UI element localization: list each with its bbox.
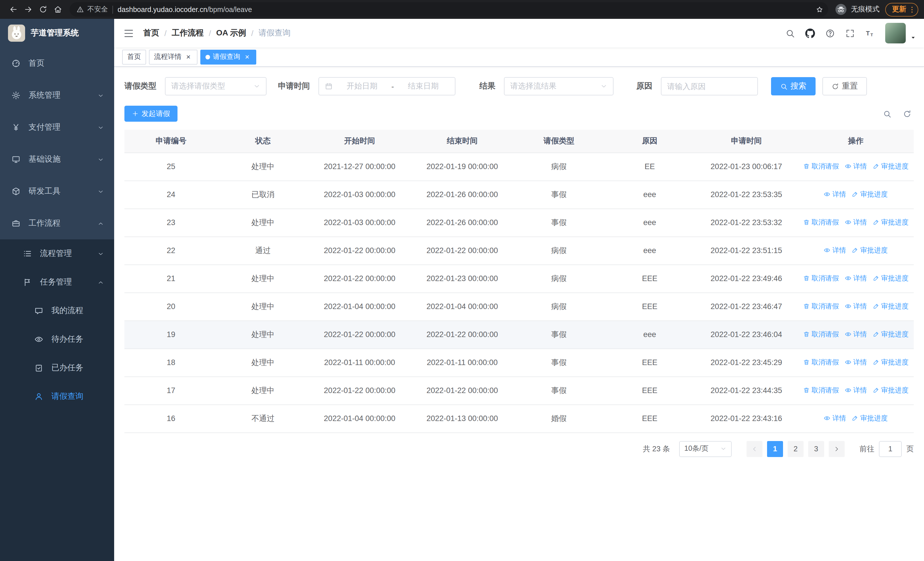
tab-leave-query[interactable]: 请假查询× (200, 50, 256, 64)
table-row[interactable]: 22通过2022-01-22 00:00:002022-01-22 00:00:… (124, 236, 914, 265)
update-button[interactable]: 更新 (885, 3, 918, 16)
tab-home[interactable]: 首页 (122, 50, 146, 64)
detail-action-link[interactable]: 详情 (824, 246, 846, 256)
table-row[interactable]: 20处理中2022-01-04 00:00:002022-01-04 00:00… (124, 292, 914, 320)
sidebar-item-payment-management[interactable]: 支付管理 (0, 111, 114, 143)
reset-button[interactable]: 重置 (822, 77, 867, 95)
github-icon[interactable] (805, 28, 815, 38)
detail-action-link[interactable]: 详情 (844, 274, 867, 283)
sidebar-item-workflow[interactable]: 工作流程 (0, 208, 114, 239)
page-button-1[interactable]: 1 (767, 441, 783, 457)
close-icon[interactable]: × (243, 53, 251, 61)
table-row[interactable]: 16不通过2022-01-04 00:00:002022-01-13 00:00… (124, 405, 914, 432)
address-bar[interactable]: 不安全 dashboard.yudao.iocoder.cn/bpm/oa/le… (70, 2, 828, 17)
search-button[interactable]: 搜索 (771, 77, 816, 95)
table-row[interactable]: 24已取消2022-01-03 00:00:002022-01-26 00:00… (124, 180, 914, 209)
security-chip[interactable]: 不安全 (76, 5, 108, 14)
sidebar-item-infrastructure[interactable]: 基础设施 (0, 143, 114, 175)
progress-action-link[interactable]: 审批进度 (873, 162, 909, 171)
cancel-action-link[interactable]: 取消请假 (803, 302, 839, 311)
page-size-select[interactable]: 10条/页 (679, 441, 732, 457)
kebab-menu-icon[interactable] (908, 5, 916, 14)
search-icon[interactable] (785, 28, 795, 38)
date-range-picker[interactable]: 开始日期 - 结束日期 (318, 77, 455, 95)
sidebar-item-my-process[interactable]: 我的流程 (0, 296, 114, 325)
close-icon[interactable]: × (184, 53, 192, 61)
detail-action-link[interactable]: 详情 (844, 162, 867, 171)
detail-action-link[interactable]: 详情 (824, 414, 846, 423)
browser-back-button[interactable] (6, 2, 21, 17)
page-button-2[interactable]: 2 (788, 441, 804, 457)
cancel-action-link[interactable]: 取消请假 (803, 358, 839, 367)
browser-forward-button[interactable] (21, 2, 35, 17)
user-avatar[interactable] (885, 23, 906, 44)
table-row[interactable]: 23处理中2022-01-03 00:00:002022-01-26 00:00… (124, 209, 914, 236)
goto-page-input[interactable] (879, 441, 902, 457)
sidebar-item-dev-tools[interactable]: 研发工具 (0, 175, 114, 208)
prev-page-button[interactable] (747, 441, 762, 457)
detail-action-link[interactable]: 详情 (844, 358, 867, 367)
refresh-icon[interactable] (903, 110, 912, 118)
action-label: 审批进度 (881, 302, 909, 311)
breadcrumb-item[interactable]: 首页 (143, 28, 159, 38)
sidebar-item-process-management[interactable]: 流程管理 (0, 239, 114, 268)
table-row[interactable]: 21处理中2022-01-22 00:00:002022-01-23 00:00… (124, 265, 914, 292)
cell-apply-id: 20 (124, 292, 218, 320)
yen-icon (11, 123, 21, 132)
leave-type-select[interactable]: 请选择请假类型 (165, 77, 267, 95)
bookmark-star-button[interactable] (813, 3, 826, 16)
sidebar-item-leave-query[interactable]: 请假查询 (0, 382, 114, 411)
next-page-button[interactable] (829, 441, 844, 457)
detail-action-link[interactable]: 详情 (844, 386, 867, 396)
edit-icon (873, 331, 879, 338)
breadcrumb-item[interactable]: OA 示例 (216, 28, 246, 38)
cancel-action-link[interactable]: 取消请假 (803, 218, 839, 227)
fullscreen-icon[interactable] (845, 28, 855, 38)
detail-action-link[interactable]: 详情 (844, 218, 867, 227)
breadcrumb-item[interactable]: 工作流程 (172, 28, 204, 38)
page-button-3[interactable]: 3 (808, 441, 824, 457)
sidebar-item-system-management[interactable]: 系统管理 (0, 80, 114, 111)
table-row[interactable]: 19处理中2022-01-22 00:00:002022-01-22 00:00… (124, 320, 914, 349)
edit-icon (873, 163, 879, 170)
table-row[interactable]: 17处理中2022-01-22 00:00:002022-01-22 00:00… (124, 376, 914, 405)
sidebar-item-done-tasks[interactable]: 已办任务 (0, 353, 114, 382)
progress-action-link[interactable]: 审批进度 (873, 358, 909, 367)
progress-action-link[interactable]: 审批进度 (852, 190, 888, 199)
start-date-placeholder[interactable]: 开始日期 (336, 81, 388, 92)
end-date-placeholder[interactable]: 结束日期 (398, 81, 450, 92)
detail-action-link[interactable]: 详情 (824, 190, 846, 199)
tab-process-detail[interactable]: 流程详情× (149, 50, 198, 64)
table-row[interactable]: 18处理中2022-01-11 00:00:002022-01-11 00:00… (124, 349, 914, 376)
app-logo[interactable]: 芋道管理系统 (0, 19, 114, 47)
progress-action-link[interactable]: 审批进度 (852, 414, 888, 423)
caret-down-icon[interactable] (910, 35, 916, 41)
progress-action-link[interactable]: 审批进度 (873, 274, 909, 283)
cancel-action-link[interactable]: 取消请假 (803, 274, 839, 283)
toggle-search-icon[interactable] (883, 110, 891, 118)
url-path: /bpm/oa/leave (207, 5, 252, 14)
detail-action-link[interactable]: 详情 (844, 329, 867, 339)
browser-home-button[interactable] (50, 2, 65, 17)
reason-input[interactable] (661, 77, 758, 95)
sidebar-item-home[interactable]: 首页 (0, 47, 114, 80)
browser-reload-button[interactable] (35, 2, 50, 17)
sidebar-item-todo-tasks[interactable]: 待办任务 (0, 325, 114, 353)
cancel-action-link[interactable]: 取消请假 (803, 386, 839, 396)
hamburger-icon[interactable] (123, 28, 134, 39)
cancel-action-link[interactable]: 取消请假 (803, 162, 839, 171)
table-row[interactable]: 25处理中2021-12-27 00:00:002022-01-19 00:00… (124, 152, 914, 180)
font-size-icon[interactable]: TT (865, 28, 875, 38)
detail-action-link[interactable]: 详情 (844, 302, 867, 311)
help-icon[interactable] (825, 28, 835, 38)
progress-action-link[interactable]: 审批进度 (873, 302, 909, 311)
result-select[interactable]: 请选择流结果 (504, 77, 614, 95)
sidebar-item-task-management[interactable]: 任务管理 (0, 268, 114, 296)
pagination: 共 23 条10条/页123前往页 (124, 441, 914, 457)
progress-action-link[interactable]: 审批进度 (852, 246, 888, 256)
progress-action-link[interactable]: 审批进度 (873, 218, 909, 227)
cancel-action-link[interactable]: 取消请假 (803, 329, 839, 339)
progress-action-link[interactable]: 审批进度 (873, 329, 909, 339)
progress-action-link[interactable]: 审批进度 (873, 386, 909, 396)
create-leave-button[interactable]: 发起请假 (124, 106, 177, 122)
